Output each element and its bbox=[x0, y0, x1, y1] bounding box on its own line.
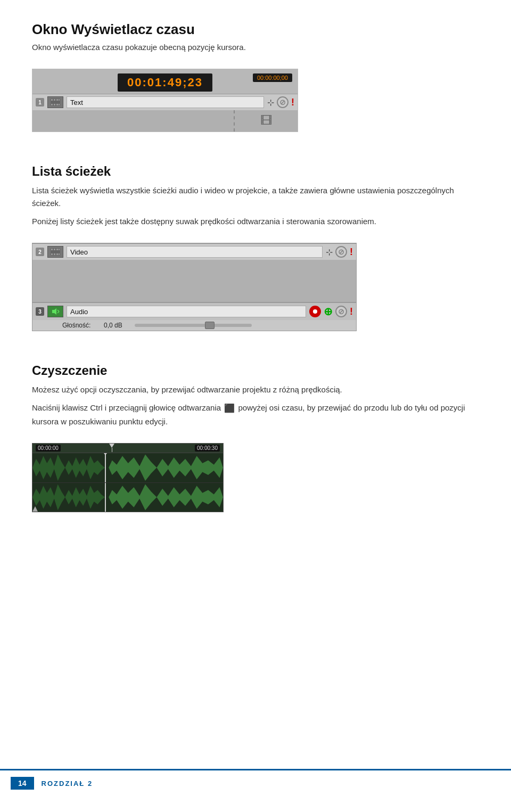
page-footer: 14 ROZDZIAŁ 2 bbox=[0, 769, 511, 796]
video-track-controls: ⊹ ⊘ ! bbox=[326, 246, 353, 258]
waveform-left-segment bbox=[32, 453, 105, 482]
section2-paragraph1: Lista ścieżek wyświetla wszystkie ścieżk… bbox=[32, 184, 479, 210]
section-time-display: Okno Wyświetlacz czasu Okno wyświetlacza… bbox=[32, 21, 479, 148]
playhead-line-top bbox=[105, 453, 106, 482]
playhead-triangle bbox=[109, 444, 114, 448]
track-label-1: Text bbox=[67, 96, 264, 108]
video-film-icon bbox=[51, 248, 60, 256]
video-timeline-area bbox=[32, 260, 356, 302]
svg-rect-16 bbox=[59, 249, 60, 250]
playhead-icon: ⬛ bbox=[224, 401, 235, 415]
timecode-main-display: 00:01:49;23 bbox=[118, 73, 212, 92]
section2-heading: Lista ścieżek bbox=[32, 164, 479, 179]
scrub-ruler bbox=[66, 445, 189, 451]
audio-track-label: Audio bbox=[67, 306, 306, 317]
mute-button[interactable]: ⊘ bbox=[277, 96, 289, 108]
section3-paragraph1: Możesz użyć opcji oczyszczania, by przew… bbox=[32, 383, 479, 396]
tracklist-screenshot: 2 Video bbox=[32, 233, 357, 347]
track-row-1: 1 bbox=[32, 94, 298, 110]
svg-rect-8 bbox=[59, 104, 60, 105]
timecode-secondary-display: 00:00:00;00 bbox=[253, 73, 292, 82]
tracklist-display-box: 2 Video bbox=[32, 243, 357, 331]
svg-rect-12 bbox=[56, 249, 58, 250]
alert-button[interactable]: ! bbox=[291, 97, 294, 108]
section-scrubbing: Czyszczenie Możesz użyć opcji oczyszczan… bbox=[32, 363, 479, 528]
section1-description: Okno wyświetlacza czasu pokazuje obecną … bbox=[32, 41, 479, 54]
section3-heading: Czyszczenie bbox=[32, 363, 479, 378]
cursor-bottom-marker bbox=[32, 506, 38, 512]
track-controls-1: ⊹ ⊘ ! bbox=[267, 96, 294, 108]
timecode-display-box: 00:01:49;23 00:00:00;00 1 bbox=[32, 69, 298, 132]
scrub-display-box: 00:00:00 00:00:30 bbox=[32, 443, 224, 512]
section-track-list: Lista ścieżek Lista ścieżek wyświetla ws… bbox=[32, 164, 479, 347]
film-icon: 🎞 bbox=[260, 114, 272, 128]
scrub-timebar: 00:00:00 00:00:30 bbox=[32, 444, 223, 453]
waveform-bottom-left bbox=[32, 483, 105, 512]
film-strip-icon bbox=[51, 99, 60, 106]
scrub-waveform-bottom bbox=[32, 482, 223, 512]
playhead-line-bottom bbox=[105, 483, 106, 512]
svg-rect-17 bbox=[59, 253, 60, 255]
svg-rect-13 bbox=[51, 253, 53, 255]
timeline-divider: 🎞 bbox=[234, 110, 298, 132]
video-split-button[interactable]: ⊹ bbox=[326, 247, 333, 257]
svg-rect-6 bbox=[56, 104, 58, 105]
svg-rect-3 bbox=[56, 99, 58, 101]
audio-speaker-icon bbox=[51, 308, 60, 315]
audio-track-thumb bbox=[47, 306, 63, 317]
track-number-1: 1 bbox=[36, 98, 44, 106]
track-timeline-area: 🎞 bbox=[32, 110, 298, 132]
playhead-stem bbox=[112, 448, 112, 452]
audio-track-row: 3 Audio ⊕ ⊘ bbox=[32, 302, 356, 320]
playhead-marker-top bbox=[102, 453, 109, 455]
audio-alert-button[interactable]: ! bbox=[350, 306, 353, 317]
section3-paragraph2: Naciśnij klawisz Ctrl i przeciągnij głow… bbox=[32, 401, 479, 428]
scrub-time-right: 00:00:30 bbox=[195, 445, 220, 452]
audio-track-number: 3 bbox=[36, 307, 44, 316]
video-mute-button[interactable]: ⊘ bbox=[335, 246, 347, 258]
svg-rect-15 bbox=[56, 253, 58, 255]
svg-line-19 bbox=[57, 310, 59, 311]
svg-line-20 bbox=[57, 311, 59, 313]
audio-track-controls: ⊕ ⊘ ! bbox=[309, 305, 353, 318]
scrub-playhead-marker bbox=[109, 444, 114, 452]
footer-page-number: 14 bbox=[11, 777, 34, 790]
volume-label: Głośność: bbox=[62, 322, 100, 329]
volume-slider[interactable] bbox=[135, 324, 252, 327]
timecode-top-bar: 00:01:49;23 00:00:00;00 bbox=[32, 69, 298, 94]
track-thumb-1 bbox=[47, 96, 63, 108]
scrub-time-left: 00:00:00 bbox=[36, 445, 61, 452]
waveform-right-segment bbox=[109, 453, 223, 482]
section2-paragraph2: Poniżej listy ścieżek jest także dostępn… bbox=[32, 215, 479, 228]
split-button[interactable]: ⊹ bbox=[267, 97, 274, 108]
svg-rect-10 bbox=[51, 249, 53, 250]
svg-rect-11 bbox=[54, 249, 55, 250]
scrub-screenshot-wrapper: 00:00:00 00:00:30 bbox=[32, 433, 224, 528]
section1-heading: Okno Wyświetlacz czasu bbox=[32, 21, 479, 38]
audio-mute-button[interactable]: ⊘ bbox=[335, 306, 347, 317]
record-button-inner bbox=[313, 309, 317, 314]
svg-rect-1 bbox=[51, 99, 53, 101]
volume-thumb bbox=[205, 322, 215, 329]
timecode-screenshot: 00:01:49;23 00:00:00;00 1 bbox=[32, 59, 298, 148]
svg-rect-14 bbox=[54, 253, 55, 255]
section3-paragraph2-before: Naciśnij klawisz Ctrl i przeciągnij głow… bbox=[32, 403, 221, 412]
scrub-waveform-top bbox=[32, 453, 223, 482]
svg-rect-7 bbox=[59, 99, 60, 101]
video-track-number: 2 bbox=[36, 248, 44, 256]
video-track-label: Video bbox=[67, 246, 323, 258]
svg-rect-4 bbox=[51, 104, 53, 105]
svg-rect-2 bbox=[54, 99, 55, 101]
video-track-thumb bbox=[47, 246, 63, 258]
footer-chapter: ROZDZIAŁ 2 bbox=[42, 780, 93, 788]
waveform-bottom-right bbox=[109, 483, 223, 512]
svg-marker-18 bbox=[52, 308, 56, 315]
volume-value: 0,0 dB bbox=[104, 322, 130, 329]
audio-record-button[interactable] bbox=[309, 306, 321, 317]
svg-rect-5 bbox=[54, 104, 55, 105]
volume-row: Głośność: 0,0 dB bbox=[32, 320, 356, 331]
audio-add-button[interactable]: ⊕ bbox=[324, 305, 333, 318]
video-track-row: 2 Video bbox=[32, 243, 356, 260]
video-alert-button[interactable]: ! bbox=[350, 247, 353, 258]
